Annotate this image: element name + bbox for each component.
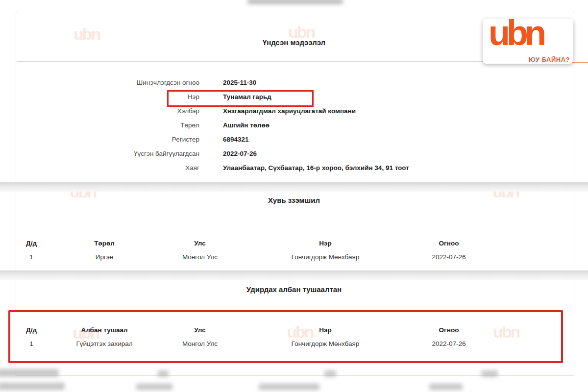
red-highlight-officials-table bbox=[8, 310, 563, 363]
ubn-logo: ubn bbox=[489, 14, 543, 52]
page-gap-band bbox=[0, 270, 588, 280]
cell: Иргэн bbox=[47, 250, 162, 264]
field-value: 6894321 bbox=[223, 136, 249, 143]
field-row-address: Хаяг Улаанбаатар, Сүхбаатар, 16-р хороо,… bbox=[16, 161, 409, 175]
cell: 2022-07-26 bbox=[413, 250, 485, 264]
page-gap-band bbox=[0, 182, 588, 192]
field-value: Улаанбаатар, Сүхбаатар, 16-р хороо, бэлх… bbox=[223, 164, 409, 172]
col-header: Д/д bbox=[16, 237, 47, 250]
field-value: Хязгаарлагдмал хариуцлагатай компани bbox=[223, 107, 356, 115]
blurred-text bbox=[0, 369, 59, 377]
section-title-ownership: Хувь ззэмшил bbox=[0, 196, 588, 204]
field-label: Хаяг bbox=[16, 164, 199, 172]
section-title-officials: Удирдах албан тушаалтан bbox=[0, 285, 588, 294]
field-row-established: Үүсгэн байгуулагдсан 2022-07-26 bbox=[16, 147, 409, 161]
ubn-logo-tagline: ЮУ БАЙНА? bbox=[529, 56, 570, 63]
col-header-filler bbox=[485, 237, 573, 250]
ownership-table: Д/д Төрөл Улс Нэр Огноо 1 Иргэн Монгол У… bbox=[16, 235, 573, 264]
field-label: Хэлбэр bbox=[16, 107, 199, 115]
ubn-logo-card: ubn ЮУ БАЙНА? bbox=[483, 19, 573, 64]
field-label: Регистер bbox=[16, 136, 199, 143]
blurred-text bbox=[259, 384, 319, 390]
field-value: Ашгийн төлөө bbox=[223, 122, 270, 129]
col-header: Нэр bbox=[238, 237, 413, 250]
col-header: Улс bbox=[162, 237, 238, 250]
cell: 1 bbox=[16, 250, 47, 264]
red-highlight-name-row bbox=[167, 90, 314, 107]
blurred-text bbox=[429, 384, 463, 390]
blurred-top-text bbox=[247, 0, 343, 4]
logo-underline-accent bbox=[572, 62, 588, 63]
table-row: 1 Иргэн Монгол Улс Гончигдорж Мөнхбаяр 2… bbox=[16, 250, 573, 264]
col-header: Төрөл bbox=[47, 237, 162, 250]
blurred-text bbox=[0, 383, 65, 390]
blurred-text bbox=[324, 370, 336, 377]
field-label: Үүсгэн байгуулагдсан bbox=[16, 150, 199, 157]
cell: Монгол Улс bbox=[162, 250, 238, 264]
cell-filler bbox=[485, 250, 573, 264]
cell: Гончигдорж Мөнхбаяр bbox=[238, 250, 413, 264]
field-row-updated-date: Шинэчлэгдсэн огноо 2025-11-30 bbox=[16, 75, 409, 90]
field-label: Төрөл bbox=[16, 122, 199, 129]
field-row-register: Регистер 6894321 bbox=[16, 132, 409, 147]
field-value: 2022-07-26 bbox=[223, 150, 257, 157]
blurred-text bbox=[481, 370, 498, 377]
table-header-row: Д/д Төрөл Улс Нэр Огноо bbox=[16, 237, 573, 250]
field-label: Шинэчлэгдсэн огноо bbox=[16, 79, 199, 86]
ubn-watermark: ubn bbox=[288, 24, 314, 40]
col-header: Огноо bbox=[413, 237, 485, 250]
registry-document-page: ubn ubn ubn ubn ubn ubn ubn Үндсэн мэдээ… bbox=[0, 0, 588, 392]
field-row-type: Төрөл Ашгийн төлөө bbox=[16, 118, 409, 132]
blurred-text bbox=[136, 384, 172, 390]
field-value: 2025-11-30 bbox=[223, 79, 256, 86]
blurred-text bbox=[158, 370, 169, 377]
